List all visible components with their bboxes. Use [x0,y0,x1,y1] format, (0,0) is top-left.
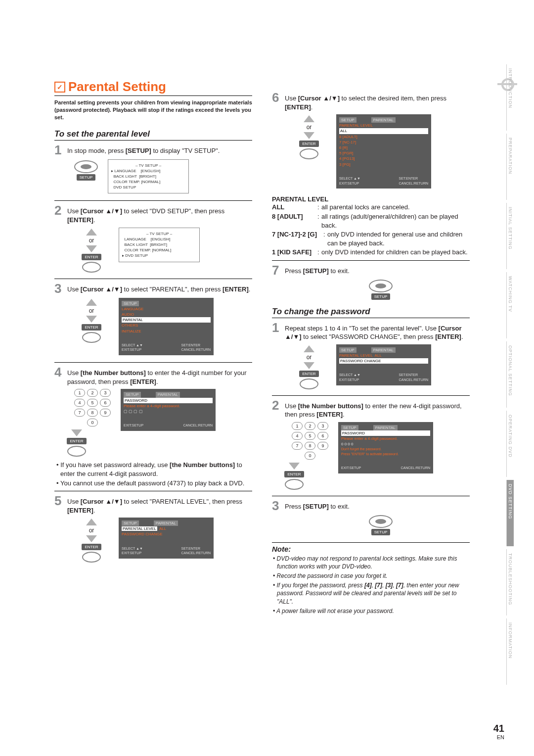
cursor-enter-glyph-5: orENTER [292,345,326,389]
osd-tv-setup-1: – TV SETUP – ▸ LANGUAGE [ENGLISH] BACK L… [108,159,189,194]
side-tabs: INTRODUCTION PREPARATION INITIAL SETTING… [506,64,515,688]
note-2: • Record the password in case you forget… [272,572,470,580]
setup-button-glyph-2: SETUP [292,280,470,300]
note-box: Note: • DVD-video may not respond to par… [272,542,470,615]
section-set-level: To set the parental level [54,129,252,141]
step-3: 3Use [Cursor ▲/▼] to select "PARENTAL", … [54,282,252,295]
osd-setup-menu: SETUP LANGUAGEAUDIOPARENTALOTHERSINITIAL… [119,298,214,356]
note-3: • If you forget the password, press [4],… [272,581,470,606]
page-title: Parental Setting [68,79,166,94]
step-5: 5Use [Cursor ▲/▼] to select "PARENTAL LE… [54,494,252,515]
osd-parental-level: SETUPPARENTAL PARENTAL LEVEL ALL PASSWOR… [119,518,214,559]
tab-initial-setting: INITIAL SETTING [506,203,514,269]
tab-watching-tv: WATCHING TV [506,272,514,338]
step-1-text: In stop mode, press [SETUP] to display "… [67,147,220,154]
osd-password-change: SETUPPARENTAL PARENTAL LEVEL ALL PASSWOR… [336,344,431,385]
tab-troubleshooting: TROUBLESHOOTING [506,549,514,615]
step-b3: 3Press [SETUP] to exit. [272,499,470,512]
step-4: 4Use [the Number buttons] to enter the 4… [54,366,252,386]
step-b1: 1Repeat steps 1 to 4 in "To set the pare… [272,321,470,341]
tab-dvd-setting: DVD SETTING [506,480,514,546]
parental-level-definitions: ALL:all parental locks are canceled. 8 [… [272,203,470,257]
note-title: Note: [272,545,470,553]
note-4: • A power failure will not erase your pa… [272,607,470,615]
step-4-note-2: • You cannot use the default password (4… [54,479,252,488]
tab-introduction: INTRODUCTION [506,64,514,131]
step-2: 2Use [Cursor ▲/▼] to select "DVD SETUP",… [54,204,252,224]
note-1: • DVD-video may not respond to parental … [272,555,470,570]
step-7: 7Press [SETUP] to exit. [272,264,470,277]
cursor-enter-glyph: orENTER [74,229,109,273]
number-pad-glyph-2: 1234567890 ENTER [272,420,328,493]
manual-page: INTRODUCTION PREPARATION INITIAL SETTING… [0,0,534,756]
setup-button-glyph: SETUP [74,160,98,181]
tab-operating-dvd: OPERATING DVD [506,411,514,477]
page-title-row: ✓ Parental Setting [54,79,252,96]
cursor-enter-glyph-3: orENTER [74,519,109,563]
page-number: 41 [493,723,504,734]
section-change-password: To change the password [272,307,470,318]
parental-level-heading: PARENTAL LEVEL [272,195,470,203]
osd-level-list: SETUPPARENTAL PARENTAL LEVEL ALL 8 [ADUL… [336,114,431,189]
setup-button-glyph-3: SETUP [292,515,470,535]
cursor-enter-glyph-2: orENTER [74,299,109,343]
step-1: 1In stop mode, press [SETUP] to display … [54,143,252,156]
step-4-note-1: • If you have set password already, use … [54,461,252,478]
number-pad-glyph: 1234567890 ENTER [54,387,111,460]
tab-preparation: PREPARATION [506,134,514,200]
page-lang: EN [493,734,504,740]
checkbox-icon: ✓ [54,82,65,93]
page-footer: 41 EN [493,723,504,740]
intro-text: Parental setting prevents your children … [54,99,252,121]
osd-password-entry: SETUPPARENTAL PASSWORD Please enter a 4-… [121,389,216,431]
tab-optional-setting: OPTIONAL SETTING [506,341,514,408]
left-column: ✓ Parental Setting Parental setting prev… [54,79,252,616]
osd-password-new: SETUPPARENTAL PASSWORD Please enter a 4-… [338,422,433,473]
right-column: 6Use [Cursor ▲/▼] to select the desired … [272,79,470,616]
tab-information: INFORMATION [506,618,514,685]
cursor-enter-glyph-4: orENTER [292,115,326,159]
step-6: 6Use [Cursor ▲/▼] to select the desired … [272,91,470,111]
step-b2: 2Use [the Number buttons] to enter the n… [272,399,470,419]
osd-tv-setup-2: – TV SETUP – LANGUAGE [ENGLISH] BACK LIG… [119,228,200,262]
